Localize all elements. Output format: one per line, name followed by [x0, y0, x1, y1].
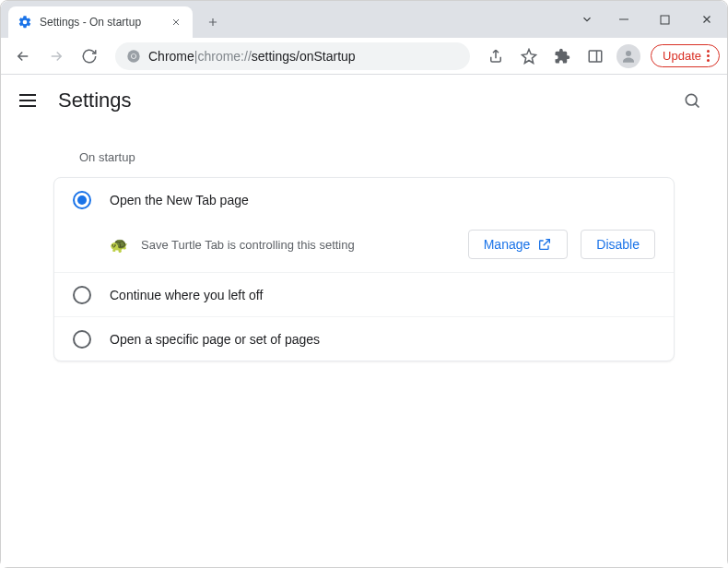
option-open-new-tab[interactable]: Open the New Tab page — [54, 178, 674, 222]
section-label: On startup — [53, 143, 675, 177]
menu-icon[interactable] — [19, 89, 41, 112]
profile-avatar[interactable] — [614, 41, 643, 71]
content-area: Settings On startup Open the New Tab pag… — [1, 75, 727, 567]
svg-rect-4 — [589, 51, 602, 62]
svg-point-3 — [132, 53, 135, 57]
url-scheme: chrome:// — [197, 49, 251, 64]
launch-icon — [537, 237, 552, 252]
option-specific-page[interactable]: Open a specific page or set of pages — [54, 316, 674, 361]
avatar-icon — [616, 44, 640, 68]
page-title: Settings — [58, 89, 132, 112]
back-button[interactable] — [8, 41, 38, 71]
url-path: settings/onStartup — [252, 49, 356, 64]
svg-rect-0 — [661, 16, 669, 24]
option-label: Open a specific page or set of pages — [110, 332, 320, 347]
startup-card: Open the New Tab page 🐢 Save Turtle Tab … — [53, 177, 675, 361]
window-controls — [571, 1, 727, 38]
settings-body: On startup Open the New Tab page 🐢 Save … — [46, 143, 682, 361]
address-bar[interactable]: Chrome | chrome:// settings/onStartup — [115, 42, 470, 70]
minimize-button[interactable] — [603, 6, 644, 33]
radio-selected[interactable] — [73, 191, 91, 209]
more-icon — [707, 50, 710, 62]
radio-unselected[interactable] — [73, 330, 91, 349]
bookmark-icon[interactable] — [514, 41, 544, 71]
option-continue[interactable]: Continue where you left off — [54, 272, 674, 316]
tab-title: Settings - On startup — [40, 16, 161, 29]
url-text: Chrome | chrome:// settings/onStartup — [148, 49, 356, 64]
reload-button[interactable] — [75, 41, 104, 71]
svg-point-5 — [626, 51, 631, 56]
search-icon[interactable] — [675, 84, 709, 117]
close-icon[interactable] — [169, 15, 183, 30]
share-icon[interactable] — [481, 41, 511, 71]
extensions-icon[interactable] — [547, 41, 577, 71]
settings-header: Settings — [1, 75, 727, 126]
chevron-down-icon[interactable] — [571, 6, 603, 33]
url-prefix: Chrome — [148, 49, 194, 64]
chrome-icon — [126, 49, 141, 64]
turtle-icon: 🐢 — [110, 236, 128, 254]
option-label: Open the New Tab page — [110, 193, 249, 207]
update-button[interactable]: Update — [651, 44, 720, 67]
manage-button[interactable]: Manage — [468, 230, 569, 259]
option-label: Continue where you left off — [110, 288, 263, 302]
svg-point-6 — [686, 94, 697, 105]
new-tab-button[interactable] — [200, 9, 226, 35]
extension-notice: 🐢 Save Turtle Tab is controlling this se… — [54, 222, 674, 272]
forward-button[interactable] — [41, 41, 71, 71]
close-button[interactable] — [686, 6, 727, 33]
titlebar: Settings - On startup — [1, 1, 727, 38]
radio-unselected[interactable] — [73, 286, 91, 304]
browser-window: Settings - On startup — [0, 0, 728, 568]
update-label: Update — [663, 49, 701, 63]
extension-text: Save Turtle Tab is controlling this sett… — [141, 238, 455, 252]
sidepanel-icon[interactable] — [581, 41, 610, 71]
disable-label: Disable — [596, 237, 640, 252]
disable-button[interactable]: Disable — [581, 230, 655, 259]
gear-icon — [18, 15, 32, 30]
manage-label: Manage — [484, 237, 531, 252]
browser-tab[interactable]: Settings - On startup — [8, 6, 193, 38]
maximize-button[interactable] — [644, 6, 686, 33]
toolbar: Chrome | chrome:// settings/onStartup Up… — [1, 38, 727, 75]
